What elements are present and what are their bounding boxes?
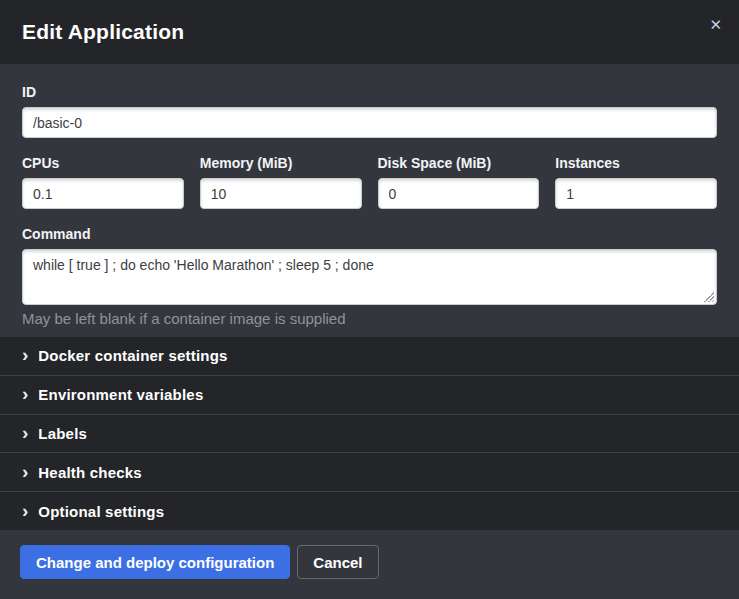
- disk-space-field-group: Disk Space (MiB): [378, 155, 540, 209]
- command-field-group: Command while [ true ] ; do echo 'Hello …: [22, 226, 717, 327]
- memory-field-group: Memory (MiB): [200, 155, 362, 209]
- command-textarea-wrap: while [ true ] ; do echo 'Hello Marathon…: [22, 249, 717, 305]
- command-label: Command: [22, 226, 717, 242]
- section-label: Optional settings: [38, 503, 164, 520]
- memory-input[interactable]: [200, 178, 362, 209]
- change-and-deploy-button[interactable]: Change and deploy configuration: [20, 545, 290, 579]
- resize-grip-icon[interactable]: [704, 292, 714, 302]
- section-label: Environment variables: [38, 386, 203, 403]
- instances-input[interactable]: [555, 178, 717, 209]
- section-label: Docker container settings: [38, 347, 227, 364]
- close-icon[interactable]: ✕: [705, 13, 726, 36]
- disk-space-label: Disk Space (MiB): [378, 155, 540, 171]
- collapsible-sections: › Docker container settings › Environmen…: [0, 337, 739, 530]
- resource-fields-row: CPUs Memory (MiB) Disk Space (MiB) Insta…: [22, 155, 717, 209]
- modal-body: ID CPUs Memory (MiB) Disk Space (MiB) In…: [0, 64, 739, 337]
- chevron-right-icon: ›: [22, 345, 28, 364]
- disk-space-input[interactable]: [378, 178, 540, 209]
- id-input[interactable]: [22, 107, 717, 138]
- section-label: Labels: [38, 425, 87, 442]
- modal-header: Edit Application ✕: [0, 0, 739, 64]
- chevron-right-icon: ›: [22, 423, 28, 442]
- edit-application-modal: Edit Application ✕ ID CPUs Memory (MiB) …: [0, 0, 739, 599]
- cpus-input[interactable]: [22, 178, 184, 209]
- instances-label: Instances: [555, 155, 717, 171]
- section-docker-container-settings[interactable]: › Docker container settings: [0, 337, 739, 376]
- section-environment-variables[interactable]: › Environment variables: [0, 376, 739, 415]
- id-label: ID: [22, 84, 717, 100]
- section-labels[interactable]: › Labels: [0, 415, 739, 454]
- instances-field-group: Instances: [555, 155, 717, 209]
- modal-title: Edit Application: [22, 20, 184, 44]
- cancel-button[interactable]: Cancel: [297, 545, 378, 579]
- command-help-text: May be left blank if a container image i…: [22, 310, 717, 327]
- chevron-right-icon: ›: [22, 384, 28, 403]
- chevron-right-icon: ›: [22, 501, 28, 520]
- modal-footer: Change and deploy configuration Cancel: [0, 530, 739, 599]
- memory-label: Memory (MiB): [200, 155, 362, 171]
- section-optional-settings[interactable]: › Optional settings: [0, 492, 739, 530]
- section-health-checks[interactable]: › Health checks: [0, 453, 739, 492]
- cpus-label: CPUs: [22, 155, 184, 171]
- id-field-group: ID: [22, 84, 717, 138]
- command-textarea[interactable]: while [ true ] ; do echo 'Hello Marathon…: [22, 249, 717, 305]
- section-label: Health checks: [38, 464, 141, 481]
- chevron-right-icon: ›: [22, 462, 28, 481]
- cpus-field-group: CPUs: [22, 155, 184, 209]
